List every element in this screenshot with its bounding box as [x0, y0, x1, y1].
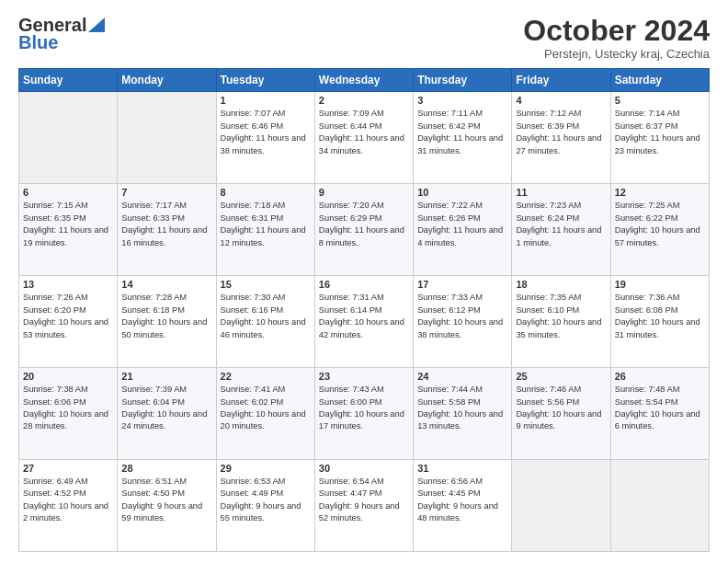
calendar-cell: 3Sunrise: 7:11 AMSunset: 6:42 PMDaylight…	[414, 92, 512, 184]
calendar-cell: 29Sunrise: 6:53 AMSunset: 4:49 PMDayligh…	[216, 460, 314, 552]
calendar-cell: 23Sunrise: 7:43 AMSunset: 6:00 PMDayligh…	[314, 368, 413, 460]
week-row-3: 13Sunrise: 7:26 AMSunset: 6:20 PMDayligh…	[19, 276, 710, 368]
day-info: Sunrise: 7:20 AMSunset: 6:29 PMDaylight:…	[319, 200, 409, 249]
logo-blue: Blue	[18, 32, 58, 53]
day-info: Sunrise: 7:44 AMSunset: 5:58 PMDaylight:…	[417, 384, 507, 433]
calendar-cell: 19Sunrise: 7:36 AMSunset: 6:08 PMDayligh…	[610, 276, 709, 368]
day-number: 3	[417, 95, 507, 106]
day-number: 5	[615, 95, 705, 106]
day-info: Sunrise: 7:22 AMSunset: 6:26 PMDaylight:…	[417, 200, 507, 249]
day-number: 22	[221, 371, 311, 382]
calendar-cell	[610, 460, 709, 552]
day-header-saturday: Saturday	[610, 69, 709, 92]
location: Perstejn, Ustecky kraj, Czechia	[523, 47, 710, 61]
day-number: 28	[121, 463, 211, 474]
title-block: October 2024 Perstejn, Ustecky kraj, Cze…	[523, 15, 710, 61]
calendar-cell: 18Sunrise: 7:35 AMSunset: 6:10 PMDayligh…	[512, 276, 610, 368]
day-info: Sunrise: 7:38 AMSunset: 6:06 PMDaylight:…	[23, 384, 113, 433]
day-header-sunday: Sunday	[19, 69, 118, 92]
day-number: 23	[319, 371, 409, 382]
calendar-cell: 27Sunrise: 6:49 AMSunset: 4:52 PMDayligh…	[19, 460, 118, 552]
day-info: Sunrise: 7:31 AMSunset: 6:14 PMDaylight:…	[319, 292, 409, 341]
day-number: 7	[121, 187, 211, 198]
day-info: Sunrise: 7:14 AMSunset: 6:37 PMDaylight:…	[615, 108, 705, 157]
day-number: 1	[221, 95, 311, 106]
day-header-friday: Friday	[512, 69, 610, 92]
calendar-cell: 16Sunrise: 7:31 AMSunset: 6:14 PMDayligh…	[314, 276, 413, 368]
calendar-cell: 12Sunrise: 7:25 AMSunset: 6:22 PMDayligh…	[610, 184, 709, 276]
calendar-cell: 31Sunrise: 6:56 AMSunset: 4:45 PMDayligh…	[414, 460, 512, 552]
day-number: 18	[516, 279, 606, 290]
month-title: October 2024	[523, 15, 710, 47]
day-number: 11	[516, 187, 606, 198]
day-header-tuesday: Tuesday	[216, 69, 314, 92]
page: General Blue October 2024 Perstejn, Uste…	[0, 0, 728, 563]
day-info: Sunrise: 7:11 AMSunset: 6:42 PMDaylight:…	[417, 108, 507, 157]
day-info: Sunrise: 7:46 AMSunset: 5:56 PMDaylight:…	[516, 384, 606, 433]
day-number: 31	[417, 463, 507, 474]
day-info: Sunrise: 7:07 AMSunset: 6:46 PMDaylight:…	[221, 108, 311, 157]
day-info: Sunrise: 7:35 AMSunset: 6:10 PMDaylight:…	[516, 292, 606, 341]
svg-marker-0	[88, 17, 105, 32]
day-info: Sunrise: 7:30 AMSunset: 6:16 PMDaylight:…	[221, 292, 311, 341]
day-number: 19	[615, 279, 705, 290]
day-info: Sunrise: 7:25 AMSunset: 6:22 PMDaylight:…	[615, 200, 705, 249]
calendar-cell	[118, 92, 216, 184]
calendar-cell: 30Sunrise: 6:54 AMSunset: 4:47 PMDayligh…	[314, 460, 413, 552]
calendar-cell: 5Sunrise: 7:14 AMSunset: 6:37 PMDaylight…	[610, 92, 709, 184]
calendar-cell: 20Sunrise: 7:38 AMSunset: 6:06 PMDayligh…	[19, 368, 118, 460]
day-info: Sunrise: 7:41 AMSunset: 6:02 PMDaylight:…	[221, 384, 311, 433]
calendar-table: SundayMondayTuesdayWednesdayThursdayFrid…	[18, 68, 710, 552]
day-number: 16	[319, 279, 409, 290]
calendar-cell: 4Sunrise: 7:12 AMSunset: 6:39 PMDaylight…	[512, 92, 610, 184]
day-info: Sunrise: 6:53 AMSunset: 4:49 PMDaylight:…	[221, 476, 311, 525]
day-number: 9	[319, 187, 409, 198]
calendar-cell: 8Sunrise: 7:18 AMSunset: 6:31 PMDaylight…	[216, 184, 314, 276]
day-info: Sunrise: 7:12 AMSunset: 6:39 PMDaylight:…	[516, 108, 606, 157]
day-number: 27	[23, 463, 113, 474]
calendar-cell: 10Sunrise: 7:22 AMSunset: 6:26 PMDayligh…	[414, 184, 512, 276]
day-number: 20	[23, 371, 113, 382]
day-number: 10	[417, 187, 507, 198]
calendar-cell	[19, 92, 118, 184]
week-row-1: 1Sunrise: 7:07 AMSunset: 6:46 PMDaylight…	[19, 92, 710, 184]
calendar-cell: 14Sunrise: 7:28 AMSunset: 6:18 PMDayligh…	[118, 276, 216, 368]
day-number: 15	[221, 279, 311, 290]
calendar-cell: 22Sunrise: 7:41 AMSunset: 6:02 PMDayligh…	[216, 368, 314, 460]
day-info: Sunrise: 6:51 AMSunset: 4:50 PMDaylight:…	[121, 476, 211, 525]
day-number: 24	[417, 371, 507, 382]
week-row-2: 6Sunrise: 7:15 AMSunset: 6:35 PMDaylight…	[19, 184, 710, 276]
week-row-4: 20Sunrise: 7:38 AMSunset: 6:06 PMDayligh…	[19, 368, 710, 460]
day-number: 25	[516, 371, 606, 382]
calendar-cell: 26Sunrise: 7:48 AMSunset: 5:54 PMDayligh…	[610, 368, 709, 460]
calendar-cell: 21Sunrise: 7:39 AMSunset: 6:04 PMDayligh…	[118, 368, 216, 460]
day-info: Sunrise: 7:43 AMSunset: 6:00 PMDaylight:…	[319, 384, 409, 433]
calendar-cell: 11Sunrise: 7:23 AMSunset: 6:24 PMDayligh…	[512, 184, 610, 276]
calendar-cell: 1Sunrise: 7:07 AMSunset: 6:46 PMDaylight…	[216, 92, 314, 184]
day-number: 30	[319, 463, 409, 474]
week-row-5: 27Sunrise: 6:49 AMSunset: 4:52 PMDayligh…	[19, 460, 710, 552]
day-info: Sunrise: 7:28 AMSunset: 6:18 PMDaylight:…	[121, 292, 211, 341]
day-number: 2	[319, 95, 409, 106]
calendar-cell	[512, 460, 610, 552]
day-info: Sunrise: 7:17 AMSunset: 6:33 PMDaylight:…	[121, 200, 211, 249]
day-info: Sunrise: 7:26 AMSunset: 6:20 PMDaylight:…	[23, 292, 113, 341]
day-info: Sunrise: 7:48 AMSunset: 5:54 PMDaylight:…	[615, 384, 705, 433]
day-info: Sunrise: 6:54 AMSunset: 4:47 PMDaylight:…	[319, 476, 409, 525]
logo: General Blue	[18, 15, 105, 53]
day-info: Sunrise: 6:49 AMSunset: 4:52 PMDaylight:…	[23, 476, 113, 525]
logo-icon	[88, 17, 105, 32]
day-info: Sunrise: 7:09 AMSunset: 6:44 PMDaylight:…	[319, 108, 409, 157]
calendar-cell: 6Sunrise: 7:15 AMSunset: 6:35 PMDaylight…	[19, 184, 118, 276]
day-info: Sunrise: 7:15 AMSunset: 6:35 PMDaylight:…	[23, 200, 113, 249]
day-info: Sunrise: 7:36 AMSunset: 6:08 PMDaylight:…	[615, 292, 705, 341]
day-number: 12	[615, 187, 705, 198]
calendar-cell: 2Sunrise: 7:09 AMSunset: 6:44 PMDaylight…	[314, 92, 413, 184]
calendar-cell: 9Sunrise: 7:20 AMSunset: 6:29 PMDaylight…	[314, 184, 413, 276]
day-number: 8	[221, 187, 311, 198]
day-number: 14	[121, 279, 211, 290]
day-header-wednesday: Wednesday	[314, 69, 413, 92]
day-number: 29	[221, 463, 311, 474]
calendar-cell: 24Sunrise: 7:44 AMSunset: 5:58 PMDayligh…	[414, 368, 512, 460]
day-number: 4	[516, 95, 606, 106]
